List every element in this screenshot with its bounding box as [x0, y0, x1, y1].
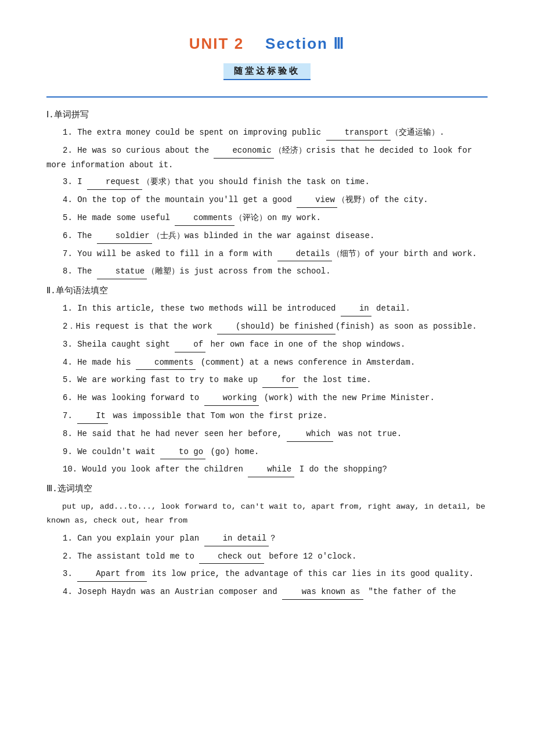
fill-3-1: in detail: [204, 532, 269, 546]
item-2-8: 8. He said that he had never seen her be…: [46, 427, 488, 442]
item-3-2: 2. The assistant told me to check out be…: [46, 550, 488, 564]
item-1-7: 7. You will be asked to fill in a form w…: [46, 247, 488, 262]
item-1-4: 4. On the top of the mountain you'll get…: [46, 193, 488, 208]
fill-1-1: transport: [326, 126, 391, 141]
section-label: Section Ⅲ: [265, 35, 345, 52]
fill-1-2: economic: [214, 144, 273, 159]
item-2-6: 6. He was looking forward to working (wo…: [46, 391, 488, 406]
item-1-3: 3. I request（要求）that you should finish t…: [46, 175, 488, 190]
item-1-6: 6. The soldier（士兵）was blinded in the war…: [46, 229, 488, 244]
section-1: Ⅰ.单词拼写 1. The extra money could be spent…: [46, 109, 488, 279]
page-title: UNIT 2 Section Ⅲ: [46, 35, 488, 53]
fill-2-3: of: [175, 338, 205, 352]
fill-1-5: comments: [175, 211, 234, 226]
subtitle-text: 随堂达标验收: [223, 63, 311, 80]
section-2-header: Ⅱ.单句语法填空: [46, 285, 488, 296]
item-1-2: 2. He was so curious about the economic（…: [46, 144, 488, 172]
fill-2-5: for: [262, 373, 298, 388]
fill-1-3: request: [87, 175, 142, 190]
item-2-7: 7. It was impossible that Tom won the fi…: [46, 409, 488, 424]
item-3-4: 4. Joseph Haydn was an Austrian composer…: [46, 585, 488, 600]
item-1-1: 1. The extra money could be spent on imp…: [46, 126, 488, 141]
fill-3-3: Apart from: [77, 567, 147, 582]
item-3-1: 1. Can you explain your plan in detail？: [46, 532, 488, 546]
fill-2-2: (should) be finished: [217, 320, 335, 334]
item-2-2: 2．His request is that the work (should) …: [46, 320, 488, 334]
divider: [46, 96, 488, 98]
item-2-5: 5. We are working fast to try to make up…: [46, 373, 488, 388]
item-2-3: 3. Sheila caught sight of her own face i…: [46, 338, 488, 352]
section-3-header: Ⅲ.选词填空: [46, 483, 488, 494]
fill-2-10: while: [248, 463, 294, 477]
fill-2-1: in: [341, 302, 371, 316]
item-1-5: 5. He made some useful comments（评论）on my…: [46, 211, 488, 226]
unit-label: UNIT 2: [189, 35, 244, 52]
phrase-list: put up, add...to..., look forward to, ca…: [46, 500, 488, 528]
item-3-3: 3. Apart from its low price, the advanta…: [46, 567, 488, 582]
section-3: Ⅲ.选词填空 put up, add...to..., look forward…: [46, 483, 488, 600]
fill-1-8: statue: [97, 265, 147, 279]
item-2-4: 4. He made his comments (comment) at a n…: [46, 356, 488, 370]
fill-3-4: was known as: [282, 585, 363, 600]
fill-2-7: It: [77, 409, 108, 424]
item-2-1: 1. In this article, these two methods wi…: [46, 302, 488, 316]
fill-1-6: soldier: [97, 229, 152, 244]
fill-1-4: view: [297, 193, 337, 208]
section-1-header: Ⅰ.单词拼写: [46, 109, 488, 120]
item-2-10: 10. Would you look after the children wh…: [46, 463, 488, 477]
item-1-8: 8. The statue（雕塑）is just across from the…: [46, 265, 488, 279]
fill-3-2: check out: [199, 550, 264, 564]
item-2-9: 9. We couldn't wait to go (go) home.: [46, 445, 488, 460]
fill-1-7: details: [277, 247, 333, 262]
fill-2-6: working: [204, 391, 259, 406]
fill-2-8: which: [287, 427, 333, 442]
fill-2-4: comments: [136, 356, 196, 370]
section-2: Ⅱ.单句语法填空 1. In this article, these two m…: [46, 285, 488, 477]
subtitle-bar: 随堂达标验收: [46, 63, 488, 80]
fill-2-9: to go: [160, 445, 205, 460]
